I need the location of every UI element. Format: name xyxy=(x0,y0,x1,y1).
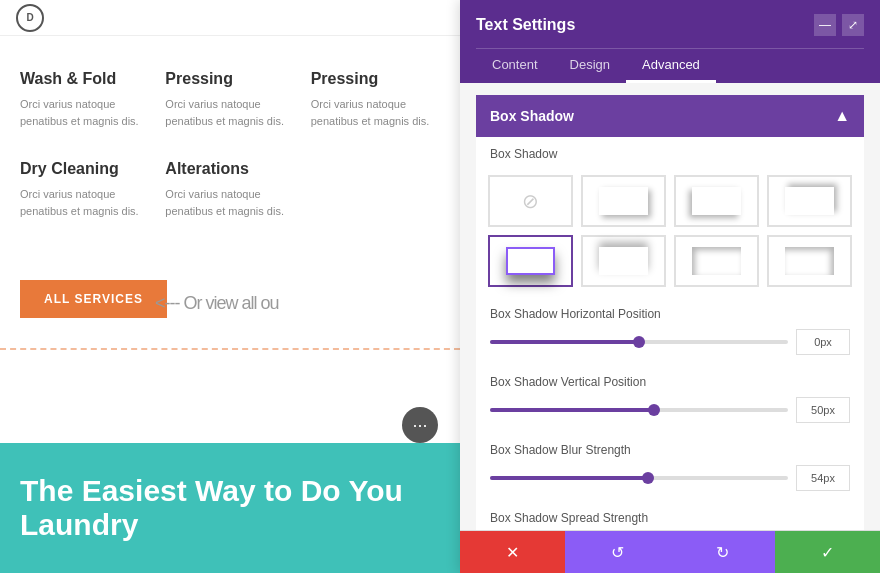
slider-value-blur[interactable]: 54px xyxy=(796,465,850,491)
slider-row-vertical: Box Shadow Vertical Position 50px xyxy=(476,367,864,435)
tab-advanced[interactable]: Advanced xyxy=(626,49,716,83)
cancel-icon: ✕ xyxy=(506,543,519,562)
divi-logo: D xyxy=(16,4,44,32)
floating-action-button[interactable]: ··· xyxy=(402,407,438,443)
panel-tabs: Content Design Advanced xyxy=(476,48,864,83)
panel-expand-icon[interactable]: ⤢ xyxy=(842,14,864,36)
service-desc-pressing1: Orci varius natoque penatibus et magnis … xyxy=(165,96,294,129)
divi-logo-text: D xyxy=(26,12,33,23)
service-item-drycleaning: Dry Cleaning Orci varius natoque penatib… xyxy=(20,160,149,229)
service-item-wash: Wash & Fold Orci varius natoque penatibu… xyxy=(20,70,149,139)
service-title-alterations: Alterations xyxy=(165,160,294,178)
shadow-opt-left-down[interactable] xyxy=(674,175,759,227)
section-collapse-icon[interactable]: ▲ xyxy=(834,107,850,125)
slider-track-horizontal[interactable] xyxy=(490,340,788,344)
panel-minimize-icon[interactable]: — xyxy=(814,14,836,36)
slider-value-horizontal[interactable]: 0px xyxy=(796,329,850,355)
slider-row-horizontal: Box Shadow Horizontal Position 0px xyxy=(476,299,864,367)
tab-design[interactable]: Design xyxy=(554,49,626,83)
panel-body: Box Shadow ▲ Box Shadow Box Shadow Horiz… xyxy=(460,83,880,530)
shadow-opt-inset-ld[interactable] xyxy=(767,235,852,287)
service-desc-wash: Orci varius natoque penatibus et magnis … xyxy=(20,96,149,129)
service-desc-pressing2: Orci varius natoque penatibus et magnis … xyxy=(311,96,440,129)
tab-content[interactable]: Content xyxy=(476,49,554,83)
settings-panel: Text Settings — ⤢ Content Design Advance… xyxy=(460,0,880,573)
or-view-text: <--- Or view all ou xyxy=(155,293,279,314)
shadow-opt-top-heavy[interactable] xyxy=(581,235,666,287)
slider-label-vertical: Box Shadow Vertical Position xyxy=(490,375,850,389)
reset-button[interactable]: ↺ xyxy=(565,531,670,573)
service-item-pressing1: Pressing Orci varius natoque penatibus e… xyxy=(165,70,294,139)
dashed-divider xyxy=(0,348,460,350)
cancel-button[interactable]: ✕ xyxy=(460,531,565,573)
slider-control-blur: 54px xyxy=(490,465,850,491)
service-desc-alterations: Orci varius natoque penatibus et magnis … xyxy=(165,186,294,219)
slider-label-spread: Box Shadow Spread Strength xyxy=(490,511,850,525)
service-item-alterations: Alterations Orci varius natoque penatibu… xyxy=(165,160,294,229)
shadow-options-grid xyxy=(476,163,864,299)
service-title-wash: Wash & Fold xyxy=(20,70,149,88)
service-title-drycleaning: Dry Cleaning xyxy=(20,160,149,178)
shadow-opt-none[interactable] xyxy=(488,175,573,227)
redo-icon: ↻ xyxy=(716,543,729,562)
services-grid-row1: Wash & Fold Orci varius natoque penatibu… xyxy=(0,60,460,149)
panel-footer: ✕ ↺ ↻ ✓ xyxy=(460,530,880,573)
redo-button[interactable]: ↻ xyxy=(670,531,775,573)
slider-track-blur[interactable] xyxy=(490,476,788,480)
slider-row-blur: Box Shadow Blur Strength 54px xyxy=(476,435,864,503)
slider-label-horizontal: Box Shadow Horizontal Position xyxy=(490,307,850,321)
slider-track-vertical[interactable] xyxy=(490,408,788,412)
section-title-label: Box Shadow xyxy=(490,108,574,124)
teal-section: The Easiest Way to Do You Laundry xyxy=(0,443,460,573)
slider-label-blur: Box Shadow Blur Strength xyxy=(490,443,850,457)
service-desc-drycleaning: Orci varius natoque penatibus et magnis … xyxy=(20,186,149,219)
save-button[interactable]: ✓ xyxy=(775,531,880,573)
reset-icon: ↺ xyxy=(611,543,624,562)
top-bar: D xyxy=(0,0,460,36)
shadow-opt-bottom-heavy[interactable] xyxy=(488,235,573,287)
service-title-pressing1: Pressing xyxy=(165,70,294,88)
panel-header: Text Settings — ⤢ Content Design Advance… xyxy=(460,0,880,83)
slider-control-vertical: 50px xyxy=(490,397,850,423)
services-grid-row2: Dry Cleaning Orci varius natoque penatib… xyxy=(0,160,460,229)
slider-thumb-blur[interactable] xyxy=(642,472,654,484)
slider-fill-vertical xyxy=(490,408,654,412)
all-services-button[interactable]: ALL SERVICES xyxy=(20,280,167,318)
box-shadow-section: Box Shadow ▲ Box Shadow Box Shadow Horiz… xyxy=(476,95,864,530)
slider-value-vertical[interactable]: 50px xyxy=(796,397,850,423)
slider-thumb-horizontal[interactable] xyxy=(633,336,645,348)
slider-fill-blur xyxy=(490,476,648,480)
service-title-pressing2: Pressing xyxy=(311,70,440,88)
shadow-opt-right-down[interactable] xyxy=(581,175,666,227)
box-shadow-section-header[interactable]: Box Shadow ▲ xyxy=(476,95,864,137)
slider-row-spread: Box Shadow Spread Strength -32px xyxy=(476,503,864,530)
box-shadow-sublabel: Box Shadow xyxy=(476,137,864,163)
panel-header-icons: — ⤢ xyxy=(814,14,864,36)
teal-title: The Easiest Way to Do You Laundry xyxy=(0,474,460,542)
panel-title: Text Settings xyxy=(476,16,575,34)
save-icon: ✓ xyxy=(821,543,834,562)
service-item-pressing2: Pressing Orci varius natoque penatibus e… xyxy=(311,70,440,139)
slider-control-horizontal: 0px xyxy=(490,329,850,355)
slider-thumb-vertical[interactable] xyxy=(648,404,660,416)
shadow-opt-right-up[interactable] xyxy=(767,175,852,227)
slider-fill-horizontal xyxy=(490,340,639,344)
shadow-opt-inset-rd[interactable] xyxy=(674,235,759,287)
panel-title-row: Text Settings — ⤢ xyxy=(476,14,864,36)
